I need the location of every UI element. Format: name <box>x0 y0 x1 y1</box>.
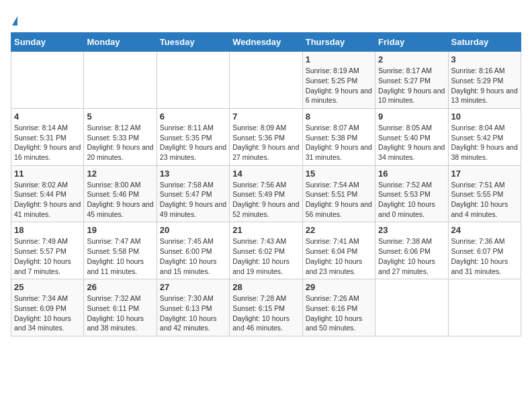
calendar-cell: 21Sunrise: 7:43 AM Sunset: 6:02 PM Dayli… <box>230 222 302 279</box>
day-info: Sunrise: 7:30 AM Sunset: 6:13 PM Dayligh… <box>160 293 226 333</box>
calendar-cell: 5Sunrise: 8:12 AM Sunset: 5:33 PM Daylig… <box>84 108 157 165</box>
calendar-cell <box>448 279 521 336</box>
day-info: Sunrise: 8:00 AM Sunset: 5:46 PM Dayligh… <box>87 180 153 220</box>
calendar-cell: 9Sunrise: 8:05 AM Sunset: 5:40 PM Daylig… <box>375 108 448 165</box>
day-number: 17 <box>451 169 518 179</box>
day-number: 21 <box>232 225 299 235</box>
calendar-cell: 10Sunrise: 8:04 AM Sunset: 5:42 PM Dayli… <box>448 108 521 165</box>
day-number: 7 <box>232 111 299 122</box>
calendar-cell: 26Sunrise: 7:32 AM Sunset: 6:11 PM Dayli… <box>84 279 157 336</box>
calendar-cell <box>375 279 448 336</box>
day-info: Sunrise: 7:45 AM Sunset: 6:00 PM Dayligh… <box>160 236 226 276</box>
calendar-week-3: 11Sunrise: 8:02 AM Sunset: 5:44 PM Dayli… <box>11 165 521 222</box>
calendar-table: SundayMondayTuesdayWednesdayThursdayFrid… <box>11 32 521 336</box>
calendar-week-2: 4Sunrise: 8:14 AM Sunset: 5:31 PM Daylig… <box>11 108 521 165</box>
calendar-cell: 29Sunrise: 7:26 AM Sunset: 6:16 PM Dayli… <box>302 279 375 336</box>
calendar-cell: 15Sunrise: 7:54 AM Sunset: 5:51 PM Dayli… <box>302 165 375 222</box>
calendar-cell: 17Sunrise: 7:51 AM Sunset: 5:55 PM Dayli… <box>448 165 521 222</box>
calendar-cell <box>11 52 84 109</box>
calendar-body: 1Sunrise: 8:19 AM Sunset: 5:25 PM Daylig… <box>11 52 521 336</box>
calendar-week-4: 18Sunrise: 7:49 AM Sunset: 5:57 PM Dayli… <box>11 222 521 279</box>
calendar-cell <box>84 52 157 109</box>
day-info: Sunrise: 7:38 AM Sunset: 6:06 PM Dayligh… <box>378 236 445 276</box>
calendar-week-5: 25Sunrise: 7:34 AM Sunset: 6:09 PM Dayli… <box>11 279 521 336</box>
day-info: Sunrise: 8:07 AM Sunset: 5:38 PM Dayligh… <box>306 123 372 163</box>
logo <box>11 11 17 27</box>
day-number: 29 <box>306 282 372 292</box>
day-number: 4 <box>14 111 81 122</box>
day-number: 22 <box>306 225 372 235</box>
calendar-cell: 2Sunrise: 8:17 AM Sunset: 5:27 PM Daylig… <box>375 52 448 109</box>
logo-icon <box>12 16 17 26</box>
day-number: 28 <box>232 282 299 292</box>
calendar-cell: 11Sunrise: 8:02 AM Sunset: 5:44 PM Dayli… <box>11 165 84 222</box>
calendar-cell: 16Sunrise: 7:52 AM Sunset: 5:53 PM Dayli… <box>375 165 448 222</box>
calendar-cell: 19Sunrise: 7:47 AM Sunset: 5:58 PM Dayli… <box>84 222 157 279</box>
day-info: Sunrise: 8:09 AM Sunset: 5:36 PM Dayligh… <box>232 123 299 163</box>
calendar-cell <box>157 52 229 109</box>
day-number: 12 <box>87 169 153 179</box>
day-number: 10 <box>451 111 518 122</box>
day-number: 3 <box>451 54 518 64</box>
day-number: 15 <box>306 169 372 179</box>
calendar-header: SundayMondayTuesdayWednesdayThursdayFrid… <box>11 33 521 52</box>
day-number: 26 <box>87 282 153 292</box>
calendar-cell: 18Sunrise: 7:49 AM Sunset: 5:57 PM Dayli… <box>11 222 84 279</box>
day-info: Sunrise: 8:14 AM Sunset: 5:31 PM Dayligh… <box>14 123 81 163</box>
day-number: 27 <box>160 282 226 292</box>
calendar-cell: 8Sunrise: 8:07 AM Sunset: 5:38 PM Daylig… <box>302 108 375 165</box>
day-info: Sunrise: 7:43 AM Sunset: 6:02 PM Dayligh… <box>232 236 299 276</box>
day-info: Sunrise: 8:05 AM Sunset: 5:40 PM Dayligh… <box>378 123 445 163</box>
calendar-cell <box>230 52 302 109</box>
calendar-cell: 13Sunrise: 7:58 AM Sunset: 5:47 PM Dayli… <box>157 165 229 222</box>
calendar-cell: 1Sunrise: 8:19 AM Sunset: 5:25 PM Daylig… <box>302 52 375 109</box>
header <box>11 11 521 27</box>
day-info: Sunrise: 7:36 AM Sunset: 6:07 PM Dayligh… <box>451 236 518 276</box>
day-number: 5 <box>87 111 153 122</box>
day-number: 8 <box>306 111 372 122</box>
calendar-cell: 3Sunrise: 8:16 AM Sunset: 5:29 PM Daylig… <box>448 52 521 109</box>
day-info: Sunrise: 7:54 AM Sunset: 5:51 PM Dayligh… <box>306 180 372 220</box>
day-info: Sunrise: 7:34 AM Sunset: 6:09 PM Dayligh… <box>14 293 81 333</box>
weekday-header-wednesday: Wednesday <box>230 33 302 52</box>
weekday-header-saturday: Saturday <box>448 33 521 52</box>
day-info: Sunrise: 8:04 AM Sunset: 5:42 PM Dayligh… <box>451 123 518 163</box>
day-number: 23 <box>378 225 445 235</box>
day-number: 20 <box>160 225 226 235</box>
day-info: Sunrise: 8:12 AM Sunset: 5:33 PM Dayligh… <box>87 123 153 163</box>
day-number: 13 <box>160 169 226 179</box>
day-info: Sunrise: 7:49 AM Sunset: 5:57 PM Dayligh… <box>14 236 81 276</box>
calendar-cell: 6Sunrise: 8:11 AM Sunset: 5:35 PM Daylig… <box>157 108 229 165</box>
calendar-cell: 22Sunrise: 7:41 AM Sunset: 6:04 PM Dayli… <box>302 222 375 279</box>
weekday-header-row: SundayMondayTuesdayWednesdayThursdayFrid… <box>11 33 521 52</box>
day-info: Sunrise: 7:26 AM Sunset: 6:16 PM Dayligh… <box>306 293 372 333</box>
day-info: Sunrise: 7:41 AM Sunset: 6:04 PM Dayligh… <box>306 236 372 276</box>
day-info: Sunrise: 8:16 AM Sunset: 5:29 PM Dayligh… <box>451 66 518 105</box>
day-number: 19 <box>87 225 153 235</box>
day-number: 25 <box>14 282 81 292</box>
calendar-cell: 24Sunrise: 7:36 AM Sunset: 6:07 PM Dayli… <box>448 222 521 279</box>
day-info: Sunrise: 7:51 AM Sunset: 5:55 PM Dayligh… <box>451 180 518 220</box>
weekday-header-sunday: Sunday <box>11 33 84 52</box>
day-info: Sunrise: 8:17 AM Sunset: 5:27 PM Dayligh… <box>378 66 445 105</box>
weekday-header-monday: Monday <box>84 33 157 52</box>
day-info: Sunrise: 7:56 AM Sunset: 5:49 PM Dayligh… <box>232 180 299 220</box>
day-number: 6 <box>160 111 226 122</box>
calendar-cell: 27Sunrise: 7:30 AM Sunset: 6:13 PM Dayli… <box>157 279 229 336</box>
day-info: Sunrise: 7:47 AM Sunset: 5:58 PM Dayligh… <box>87 236 153 276</box>
day-info: Sunrise: 8:11 AM Sunset: 5:35 PM Dayligh… <box>160 123 226 163</box>
calendar-cell: 23Sunrise: 7:38 AM Sunset: 6:06 PM Dayli… <box>375 222 448 279</box>
calendar-cell: 20Sunrise: 7:45 AM Sunset: 6:00 PM Dayli… <box>157 222 229 279</box>
day-number: 24 <box>451 225 518 235</box>
day-number: 2 <box>378 54 445 64</box>
day-number: 11 <box>14 169 81 179</box>
weekday-header-tuesday: Tuesday <box>157 33 229 52</box>
day-number: 16 <box>378 169 445 179</box>
calendar-week-1: 1Sunrise: 8:19 AM Sunset: 5:25 PM Daylig… <box>11 52 521 109</box>
weekday-header-friday: Friday <box>375 33 448 52</box>
calendar-cell: 7Sunrise: 8:09 AM Sunset: 5:36 PM Daylig… <box>230 108 302 165</box>
day-info: Sunrise: 7:32 AM Sunset: 6:11 PM Dayligh… <box>87 293 153 333</box>
day-info: Sunrise: 8:02 AM Sunset: 5:44 PM Dayligh… <box>14 180 81 220</box>
day-info: Sunrise: 8:19 AM Sunset: 5:25 PM Dayligh… <box>306 66 372 105</box>
day-info: Sunrise: 7:52 AM Sunset: 5:53 PM Dayligh… <box>378 180 445 220</box>
